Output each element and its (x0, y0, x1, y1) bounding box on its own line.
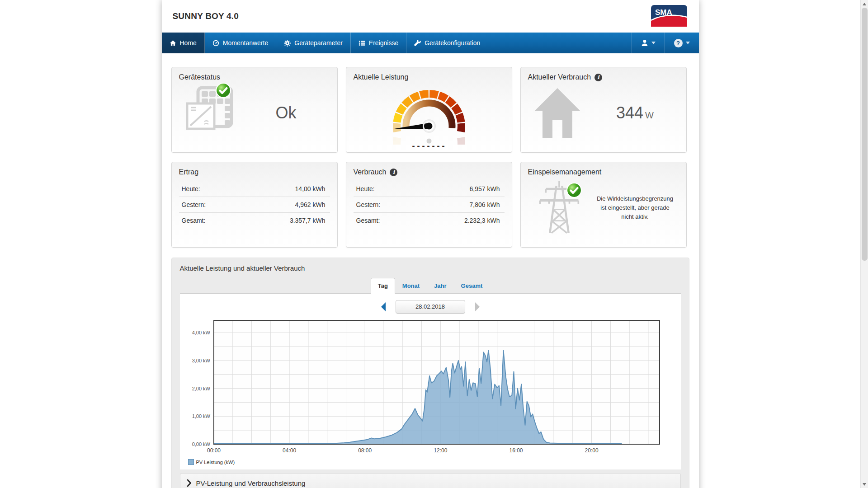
stat-row-today: Heute: 6,957 kWh (354, 181, 505, 197)
tab-monat[interactable]: Monat (395, 278, 427, 294)
card-title: Gerätestatus (179, 73, 330, 81)
stat-label: Gesamt: (356, 217, 380, 224)
stat-label: Gestern: (356, 201, 381, 208)
list-icon (359, 40, 365, 47)
content-container: SUNNY BOY 4.0 SMA Home Momentanwerte Ger… (162, 0, 699, 488)
scroll-up-arrow[interactable] (861, 0, 868, 8)
user-menu-button[interactable] (632, 33, 665, 53)
header: SUNNY BOY 4.0 SMA (162, 0, 699, 33)
cards-row-1: Gerätestatus (171, 67, 689, 153)
date-picker-button[interactable]: 28.02.2018 (396, 300, 465, 314)
home-icon (170, 40, 176, 47)
tab-jahr[interactable]: Jahr (427, 278, 453, 294)
tab-gesamt[interactable]: Gesamt (454, 278, 490, 294)
stat-value: 14,00 kWh (295, 185, 326, 192)
nav-item-ereignisse[interactable]: Ereignisse (351, 33, 406, 53)
previous-day-button[interactable] (380, 302, 387, 312)
svg-text:04:00: 04:00 (283, 447, 296, 454)
svg-text:2,00 kW: 2,00 kW (192, 386, 210, 391)
svg-text:08:00: 08:00 (358, 447, 372, 454)
nav-item-label: Geräteparameter (294, 39, 343, 47)
current-power-card: Aktuelle Leistung ------- (346, 67, 512, 153)
legend-label: PV-Leistung (kW) (196, 460, 235, 465)
chart-panel: Aktuelle Leistung und aktueller Verbrauc… (171, 258, 689, 488)
svg-text:3,00 kW: 3,00 kW (192, 358, 210, 363)
stat-row-yesterday: Gestern: 4,962 kWh (179, 197, 330, 212)
chart-panel-title: Aktuelle Leistung und aktueller Verbrauc… (180, 264, 681, 272)
svg-text:0,00 kW: 0,00 kW (192, 441, 210, 447)
info-icon[interactable]: i (390, 169, 397, 176)
sma-logo: SMA (651, 5, 687, 27)
chart-white-panel: 28.02.2018 0,00 kW1,00 kW2,00 kW3,00 kW4… (180, 294, 681, 469)
stat-label: Gestern: (182, 201, 206, 208)
inverter-icon (184, 85, 242, 141)
svg-text:00:00: 00:00 (207, 447, 220, 454)
stat-value: 4,962 kWh (295, 201, 326, 208)
feed-in-management-card: Einspeisemanagement (520, 162, 687, 248)
wrench-icon (414, 40, 421, 47)
pylon-icon (533, 178, 591, 237)
consumption-unit: W (645, 110, 654, 120)
nav-item-geraetekonfiguration[interactable]: Gerätekonfiguration (406, 33, 488, 53)
sma-logo-text: SMA (655, 8, 672, 17)
nav-item-label: Home (180, 39, 197, 47)
power-gauge (384, 82, 474, 145)
stat-label: Heute: (356, 185, 375, 192)
help-menu-button[interactable]: ? (665, 33, 699, 53)
svg-text:1,00 kW: 1,00 kW (192, 413, 210, 419)
gauge-icon (212, 40, 219, 47)
card-title: Einspeisemanagement (528, 168, 679, 176)
house-icon (533, 85, 591, 141)
consumption-value: 344W (591, 103, 679, 122)
scrollbar (860, 0, 868, 488)
stat-label: Heute: (182, 185, 200, 192)
legend-swatch-pv (188, 459, 194, 465)
chevron-right-icon (187, 479, 191, 487)
page-title: SUNNY BOY 4.0 (173, 11, 239, 21)
stat-value: 6,957 kWh (470, 185, 500, 192)
stat-value: 7,806 kWh (470, 201, 500, 208)
nav-item-home[interactable]: Home (162, 33, 205, 53)
svg-text:4,00 kW: 4,00 kW (192, 330, 210, 335)
card-title: Aktuelle Leistung (354, 73, 505, 81)
status-ok-icon (566, 182, 582, 198)
caret-down-icon (686, 42, 690, 44)
page: SUNNY BOY 4.0 SMA Home Momentanwerte Ger… (0, 0, 860, 488)
feed-in-message: Die Wirkleistungsbegrenzung ist eingeste… (591, 194, 679, 221)
chart-legend: PV-Leistung (kW) (188, 459, 681, 465)
main-content: Gerätestatus (162, 67, 699, 488)
power-value-placeholder: ------- (411, 142, 446, 150)
nav-item-label: Ereignisse (369, 39, 398, 47)
tab-tag[interactable]: Tag (371, 278, 395, 294)
accordion-label: PV-Leistung und Verbrauchsleistung (196, 479, 306, 487)
consumption-stats-card: Verbrauch i Heute: 6,957 kWh Gestern: 7,… (346, 162, 512, 248)
main-nav: Home Momentanwerte Geräteparameter Ereig… (162, 33, 699, 53)
scroll-down-arrow[interactable] (861, 480, 868, 488)
info-icon[interactable]: i (594, 74, 602, 81)
stat-label: Gesamt: (182, 217, 206, 224)
nav-item-label: Momentanwerte (223, 39, 268, 47)
svg-text:12:00: 12:00 (434, 447, 447, 454)
stat-row-yesterday: Gestern: 7,806 kWh (354, 197, 505, 212)
stat-row-today: Heute: 14,00 kWh (179, 181, 330, 197)
next-day-button[interactable] (474, 302, 481, 312)
nav-item-momentanwerte[interactable]: Momentanwerte (205, 33, 276, 53)
device-status-value: Ok (242, 103, 330, 122)
nav-item-geraeteparameter[interactable]: Geräteparameter (276, 33, 351, 53)
stat-value: 3.357,7 kWh (290, 217, 326, 224)
user-icon (641, 39, 648, 47)
pv-consumption-accordion[interactable]: PV-Leistung und Verbrauchsleistung (180, 473, 681, 488)
date-navigation: 28.02.2018 (180, 300, 681, 314)
nav-right-group: ? (632, 33, 699, 53)
svg-text:20:00: 20:00 (585, 447, 598, 454)
help-icon: ? (674, 39, 683, 47)
caret-down-icon (651, 42, 656, 44)
svg-text:16:00: 16:00 (509, 447, 523, 454)
chart-tabs: Tag Monat Jahr Gesamt (180, 278, 681, 294)
nav-item-label: Gerätekonfiguration (425, 39, 480, 47)
scrollbar-thumb[interactable] (862, 8, 868, 261)
card-title: Ertrag (179, 168, 330, 176)
stat-row-total: Gesamt: 3.357,7 kWh (179, 212, 330, 228)
pv-chart: 0,00 kW1,00 kW2,00 kW3,00 kW4,00 kW00:00… (180, 318, 681, 456)
gear-icon (284, 40, 291, 47)
